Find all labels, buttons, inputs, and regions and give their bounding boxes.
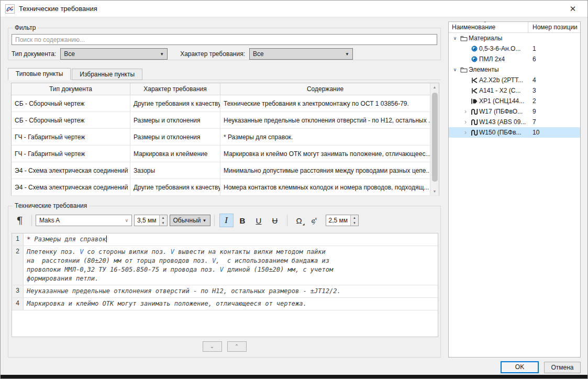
tree-item-label: A141 - X2 (С... [479,87,520,94]
positions-tree-panel: Наименование Номер позиции ⌃ ∨Материалы0… [448,21,581,358]
tree-item-xp1-снц144-[interactable]: XP1 (СНЦ144...2 [449,96,580,106]
table-row[interactable]: Э4 - Схема электрическая соединенийЗазор… [12,162,439,179]
table-row[interactable]: СБ - Сборочный чертежДругие требования к… [12,95,439,112]
expander-open-icon[interactable]: ∨ [451,36,459,41]
cancel-button[interactable]: Отмена [544,362,581,373]
text-segment: * Размеры для справок [27,236,106,243]
tree-header-position[interactable]: Номер позиции [528,22,580,32]
tree-item-w150-пбфв-[interactable]: ›W150 (ПБФв...10 [449,127,580,138]
tree-item-0-5-3-6-ан-о-[interactable]: 0,5-3-6-Ан.О...1 [449,43,580,54]
tree-item-label: Элементы [469,66,499,73]
tree-item-label: W150 (ПБФв... [479,129,522,136]
table-cell: Технические требования к электромонтажу … [220,95,430,112]
font-family-value: Maks A [39,217,125,224]
expander-closed-icon[interactable]: › [461,107,470,116]
underline-button[interactable]: U [252,214,266,227]
strikethrough-button[interactable]: Ʉ [268,214,282,227]
table-cell: Другие требования к качеству [130,179,220,195]
dialog-window: Технические требования ✕ Фильтр Тип доку… [0,0,588,379]
tree-item-пмл-2x4[interactable]: ПМЛ 2x46 [449,54,580,64]
editor-line[interactable]: 1* Размеры для справок [12,233,438,246]
bold-button[interactable]: B [236,214,250,227]
move-down-button[interactable]: ⌄ [203,341,222,352]
position-number: 10 [532,129,539,136]
doc-type-value: Все [64,50,157,58]
expander-closed-icon[interactable]: › [461,128,470,137]
position-link[interactable]: V [171,248,174,255]
tree-item-w143-abs-09-[interactable]: ›W143 (ABS 09...7 [449,117,580,127]
italic-button[interactable]: I [219,214,234,227]
font-size-spinner[interactable]: 3,5 мм ▲▼ [134,215,168,226]
table-scrollbar[interactable]: ▲ ▼ [430,83,439,195]
table-cell: ГЧ - Габаритный чертеж [12,129,130,145]
chevron-down-icon: ⌄ [210,343,214,349]
move-up-button[interactable]: ⌃ [227,341,247,352]
omega-icon: Ω [296,216,302,225]
line-text: Неуказанные предельные отклонения отверс… [24,285,438,297]
position-number: 4 [532,76,536,84]
connector-icon [470,88,479,94]
position-number: 9 [532,108,536,115]
line-spacing-spinner[interactable]: 2,5 мм ▲▼ [326,215,359,226]
tab-favorite-items[interactable]: Избранные пункты [72,69,142,80]
table-cell: СБ - Сборочный чертеж [12,112,130,128]
scrollbar-thumb[interactable] [432,93,438,182]
plug-icon [470,98,479,104]
table-row[interactable]: СБ - Сборочный чертежРазмеры и отклонени… [12,112,439,129]
scroll-up-icon[interactable]: ▲ [430,83,439,91]
spinner-arrows-icon[interactable]: ▲▼ [350,215,358,226]
editor-line[interactable]: 4Маркировка и клеймо ОТК могут занимать … [12,298,438,310]
table-header-doc-type[interactable]: Тип документа [12,83,130,95]
expander-closed-icon[interactable]: › [461,117,470,127]
toolbar-separator [214,215,215,226]
tree-item-a141-x2-с-[interactable]: A141 - X2 (С...3 [449,85,580,96]
tab-typical-items[interactable]: Типовые пункты [8,68,71,80]
table-header-content[interactable]: Содержание [220,83,430,95]
scroll-down-icon[interactable]: ▼ [430,187,439,195]
line-number: 3 [12,285,24,297]
font-style-value: Обычный [173,217,203,224]
position-number: 2 [532,97,536,105]
ok-button[interactable]: OK [501,361,539,373]
table-row[interactable]: ГЧ - Габаритный чертежРазмеры и отклонен… [12,129,439,146]
connector-icon [470,77,479,83]
tree-item-элементы[interactable]: ∨Элементы [449,64,580,75]
font-family-select[interactable]: Maks A ∨ [36,215,132,226]
position-link[interactable]: V [219,266,223,273]
chevron-down-icon: ▼ [203,218,207,223]
close-button[interactable]: ✕ [565,4,580,14]
table-cell: Э4 - Схема электрическая соединений [12,162,130,179]
toolbar-separator [31,215,32,226]
tree-item-a2-x2b-2ртт-[interactable]: A2.X2b (2РТТ...4 [449,75,580,85]
table-row[interactable]: Э4 - Схема электрическая соединенийДруги… [12,179,439,196]
table-row[interactable]: ГЧ - Габаритный чертежМаркировка и клейм… [12,146,439,162]
editor-line[interactable]: 3Неуказанные предельные отклонения отвер… [12,285,438,298]
text-segment: Плетенку поз. [27,248,80,255]
requirements-editor[interactable]: 1* Размеры для справок2Плетенку поз. V с… [12,233,438,337]
position-number: 1 [532,45,536,52]
window-title: Технические требования [19,5,97,13]
table-cell: Маркировка и клеймо ОТК могут занимать п… [220,146,430,162]
tree-body: ∨Материалы0,5-3-6-Ан.О...1ПМЛ 2x46∨Элеме… [449,33,580,138]
font-style-select[interactable]: Обычный ▼ [170,215,210,226]
search-input[interactable] [12,34,437,45]
doc-type-select[interactable]: Все ▼ [60,48,168,60]
material-icon [470,56,479,62]
tree-item-материалы[interactable]: ∨Материалы [449,33,580,43]
req-type-select[interactable]: Все ▼ [249,48,353,60]
position-number: 6 [532,55,536,63]
insert-symbol-button[interactable]: Ω ◢ [292,214,306,227]
line-text: Маркировка и клеймо ОТК могут занимать п… [24,298,438,310]
spinner-arrows-icon[interactable]: ▲▼ [159,215,167,226]
paragraph-marks-button[interactable]: ¶ [13,214,27,227]
filter-combo-row: Тип документа: Все ▼ Характер требования… [12,48,437,60]
super-subscript-button[interactable]: exy [308,214,323,227]
expander-open-icon[interactable]: ∨ [451,67,459,72]
editor-line[interactable]: 2Плетенку поз. V со стороны вилки поз. V… [12,246,438,285]
text-cursor [106,236,107,242]
doc-type-label: Тип документа: [12,50,56,58]
tree-header-name[interactable]: Наименование [449,22,528,32]
table-header-req-type[interactable]: Характер требования [130,83,220,95]
tree-item-w17-пбфво-[interactable]: ›W17 (ПБФвО...9 [449,106,580,117]
table-cell: Размеры и отклонения [130,129,220,145]
